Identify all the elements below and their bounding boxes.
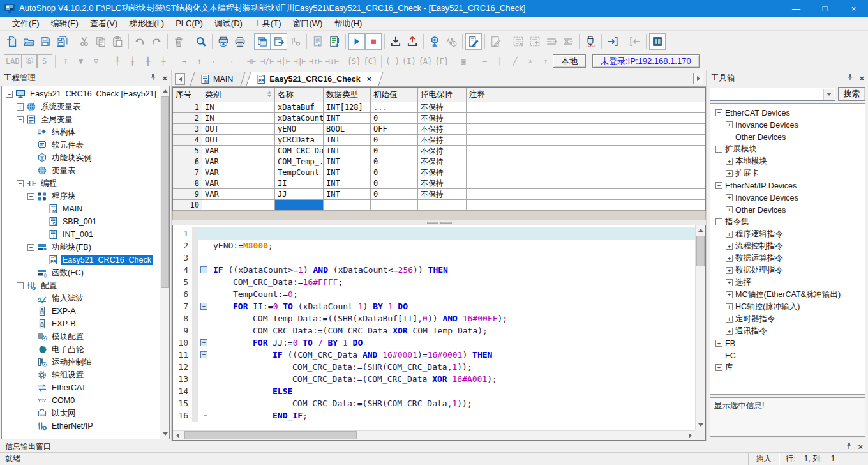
code-line-1[interactable]: 1 (173, 227, 695, 240)
code-line-2[interactable]: 2yENO:=M8000; (173, 240, 695, 252)
collapse-icon[interactable]: − (27, 244, 34, 251)
expand-icon[interactable]: + (726, 328, 733, 335)
maximize-button[interactable]: □ (811, 0, 839, 17)
close-button[interactable]: × (839, 0, 868, 17)
variable-table-hscrollbar[interactable] (172, 211, 706, 220)
code-line-8[interactable]: 8COM_Temp_Data:=((SHR(xDataBuf[II],0)) A… (173, 312, 695, 324)
scroll-up-arrow[interactable] (696, 225, 705, 235)
cell-type[interactable]: INT (324, 189, 371, 199)
project-tree-item-20[interactable]: −电子凸轮 (2, 343, 160, 356)
expand-icon[interactable]: + (715, 364, 722, 371)
cell-comment[interactable] (467, 178, 705, 188)
expand-icon[interactable]: + (726, 158, 733, 165)
collapse-icon[interactable]: − (715, 109, 722, 116)
toolbox-tree-item-3[interactable]: −扩展模块 (714, 143, 865, 155)
expand-icon[interactable]: + (726, 170, 733, 177)
cell-cls[interactable]: VAR (202, 178, 275, 188)
cell-retain[interactable]: 不保持 (418, 178, 467, 188)
cell-type[interactable]: INT (324, 178, 371, 188)
close-panel-icon[interactable]: × (859, 74, 864, 82)
expand-icon[interactable]: + (726, 316, 733, 323)
expand-icon[interactable]: + (726, 255, 733, 262)
cell-init[interactable]: 0 (371, 178, 418, 188)
project-tree-item-7[interactable]: −编程 (2, 177, 160, 190)
expand-icon[interactable]: + (726, 279, 733, 286)
cell-init[interactable]: 0 (371, 146, 418, 156)
cell-no[interactable]: 4 (173, 135, 202, 145)
code-line-3[interactable]: 3 (173, 252, 695, 264)
code-line-13[interactable]: 13COM_CRC_Data:=(COM_CRC_Data XOR 16#A00… (173, 373, 695, 385)
project-tree-item-2[interactable]: −全局变量 (2, 113, 160, 126)
scroll-down-arrow[interactable] (160, 429, 170, 439)
collapse-icon[interactable]: − (27, 193, 34, 200)
project-tree-item-8[interactable]: −程序块 (2, 190, 160, 202)
cell-name[interactable] (275, 200, 324, 210)
cell-cls[interactable]: VAR (202, 146, 275, 156)
collapse-icon[interactable]: − (715, 146, 722, 153)
cell-name[interactable]: xDataCount (275, 113, 324, 123)
cell-init[interactable]: 0 (371, 189, 418, 199)
cell-init[interactable]: OFF (371, 124, 418, 134)
save-button[interactable] (37, 33, 54, 50)
project-tree-item-16[interactable]: −输入滤波 (2, 292, 160, 305)
menu-item-0[interactable]: 文件(F) (6, 17, 45, 31)
code-line-6[interactable]: 6TempCount:=0; (173, 288, 695, 300)
toolbox-tree-item-4[interactable]: +本地模块 (714, 155, 865, 167)
column-header-2[interactable]: 名称 (275, 88, 324, 102)
fold-collapse-icon[interactable]: − (198, 337, 209, 349)
cell-type[interactable]: INT (324, 146, 371, 156)
toolbox-tree-item-7[interactable]: +Inovance Devices (714, 192, 865, 204)
compile-all-button[interactable] (326, 33, 343, 50)
upload-button[interactable] (404, 33, 421, 50)
collapse-icon[interactable]: − (715, 182, 722, 189)
cell-name[interactable]: II (275, 178, 324, 188)
toolbox-tree-item-15[interactable]: +MC轴控(EtherCAT&脉冲输出) (714, 289, 865, 301)
tab-easy521-crc16-check[interactable]: FBEasy521_CRC16_Check× (248, 72, 381, 86)
cell-cls[interactable]: VAR (202, 156, 275, 167)
project-tree-item-9[interactable]: −MMAIN (2, 202, 160, 215)
cell-retain[interactable]: 不保持 (418, 146, 467, 156)
menu-item-5[interactable]: 调试(D) (209, 17, 248, 31)
project-tree-item-10[interactable]: −SSBR_001 (2, 215, 160, 228)
project-tree-item-14[interactable]: −()函数(FC) (2, 266, 160, 279)
collapse-icon[interactable]: − (6, 91, 13, 98)
menu-item-8[interactable]: 帮助(H) (328, 17, 368, 31)
scroll-up-arrow[interactable] (160, 86, 170, 96)
search-button[interactable]: 搜索 (838, 87, 865, 101)
project-tree-item-17[interactable]: −EXP-A (2, 305, 160, 317)
window-export-button[interactable] (271, 33, 287, 50)
cell-cls[interactable]: IN (202, 113, 275, 123)
collapse-icon[interactable]: − (17, 180, 24, 187)
project-tree-item-24[interactable]: −COM0 (2, 394, 160, 407)
cell-name[interactable]: yCRCData (275, 135, 324, 145)
expand-icon[interactable]: + (726, 206, 733, 213)
sort-icon[interactable] (267, 91, 272, 98)
open-project-button[interactable] (20, 33, 37, 50)
cell-name[interactable]: xDataBuf (275, 102, 324, 112)
expand-icon[interactable]: + (726, 121, 733, 128)
cell-name[interactable]: JJ (275, 189, 324, 199)
scroll-right-arrow[interactable] (685, 431, 695, 440)
write-enable-button[interactable] (465, 33, 482, 50)
cell-retain[interactable]: 不保持 (418, 156, 467, 167)
cell-retain[interactable]: 不保持 (418, 135, 467, 145)
cell-comment[interactable] (467, 200, 705, 210)
print-preview-button[interactable] (215, 33, 232, 50)
code-line-11[interactable]: 11−IF ((COM_CRC_Data AND 16#0001)=16#000… (173, 349, 695, 361)
window-cascade-button[interactable] (254, 33, 271, 50)
toolbox-tree-item-10[interactable]: +程序逻辑指令 (714, 228, 865, 240)
tab-main[interactable]: MMAIN (192, 72, 243, 86)
table-editor-splitter[interactable] (172, 220, 706, 225)
code-line-5[interactable]: 5COM_CRC_Data:=16#FFFF; (173, 276, 695, 288)
find-button[interactable] (193, 33, 209, 50)
cell-init[interactable]: 0 (371, 167, 418, 178)
toolbox-tree-item-11[interactable]: +流程控制指令 (714, 240, 865, 252)
expand-icon[interactable]: + (726, 303, 733, 310)
cell-retain[interactable]: 不保持 (418, 167, 467, 178)
fold-collapse-icon[interactable]: − (198, 264, 209, 276)
cell-type[interactable]: INT (324, 135, 371, 145)
project-tree-item-0[interactable]: −Easy521_CRC16_Check [Easy521] (2, 88, 160, 100)
toolbox-tree-item-21[interactable]: +库 (714, 362, 865, 374)
project-tree-item-6[interactable]: −变量表 (2, 164, 160, 177)
project-tree-item-19[interactable]: −模块配置 (2, 330, 160, 343)
